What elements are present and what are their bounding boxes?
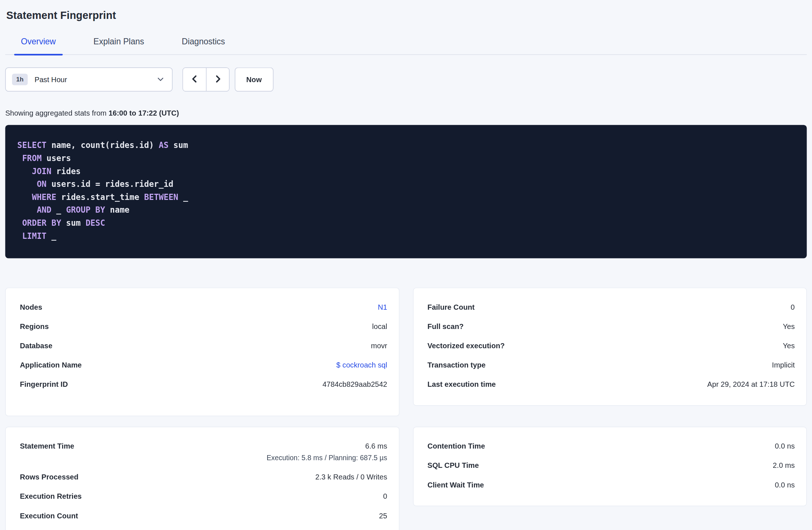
stats-summary-range: 16:00 to 17:22 (UTC) [109,109,179,117]
row-value-wrap: $ cockroach sql [336,360,387,370]
sql-text: name [105,205,129,215]
tab-bar: OverviewExplain PlansDiagnostics [5,37,807,55]
aggregated-stats-summary: Showing aggregated stats from 16:00 to 1… [5,109,807,117]
kv-row: Failure Count0 [427,297,795,317]
sql-keyword: WHERE [32,193,56,202]
row-value-link[interactable]: N1 [378,302,387,312]
card-overview-left: NodesN1RegionslocalDatabasemovrApplicati… [5,288,399,417]
stats-summary-prefix: Showing aggregated stats from [5,109,108,117]
row-value-wrap: Yes [783,321,795,332]
kv-row: Contention Time0.0 ns [427,436,795,455]
row-label: Execution Count [20,510,78,521]
row-label: SQL CPU Time [427,460,479,471]
kv-row: Last execution timeApr 29, 2024 at 17:18… [427,375,795,394]
sql-keyword: GROUP BY [66,205,105,215]
sql-line: JOIN rides [17,165,795,178]
row-label: Full scan? [427,321,464,332]
row-label: Application Name [20,360,82,370]
kv-row: Execution Count25 [20,506,387,525]
now-button[interactable]: Now [235,68,273,92]
sql-text [17,180,37,189]
next-time-button[interactable] [206,68,229,91]
sql-text [17,154,22,163]
row-label: Transaction type [427,360,486,370]
sql-keyword: AND [37,205,51,215]
tab-diagnostics[interactable]: Diagnostics [182,37,225,54]
card-overview-right: Failure Count0Full scan?YesVectorized ex… [413,288,807,406]
row-value: 25 [379,510,387,521]
row-value-wrap: 0.0 ns [775,441,795,451]
prev-time-button[interactable] [183,68,206,91]
row-value-wrap: Apr 29, 2024 at 17:18 UTC [707,379,795,390]
row-value-wrap: 0.0 ns [775,479,795,490]
kv-row: Databasemovr [20,336,387,355]
sql-text [17,205,37,215]
row-label: Client Wait Time [427,479,484,490]
sql-keyword: LIMIT [22,232,47,241]
row-label: Fingerprint ID [20,379,68,390]
tab-overview[interactable]: Overview [21,37,56,54]
sql-line: SELECT name, count(rides.id) AS sum [17,139,795,152]
sql-text [17,218,22,228]
row-label: Rows Processed [20,471,79,482]
row-value: Implicit [772,360,795,370]
sql-keyword: DESC [85,218,105,228]
sql-text [17,166,32,176]
sql-statement: SELECT name, count(rides.id) AS sum FROM… [17,139,795,243]
kv-row: Rows Processed2.3 k Reads / 0 Writes [20,467,387,486]
kv-row: Execution Retries0 [20,486,387,506]
row-value: Apr 29, 2024 at 17:18 UTC [707,379,795,390]
kv-row: NodesN1 [20,297,387,317]
row-value-wrap: 0 [791,302,795,312]
kv-row: Transaction typeImplicit [427,355,795,374]
kv-row: SQL CPU Time2.0 ms [427,455,795,475]
row-value: 0.0 ns [775,441,795,451]
kv-row: Fingerprint ID4784cb829aab2542 [20,375,387,394]
page-title: Statement Fingerprint [6,9,807,21]
sql-text: _ [51,205,66,215]
row-value-wrap: 0 [383,491,387,502]
card-timings-left: Statement Time6.6 msExecution: 5.8 ms / … [5,427,399,530]
row-value: Yes [783,340,795,351]
time-range-label: Past Hour [35,75,67,84]
sql-keyword: JOIN [32,166,52,176]
kv-row: Vectorized execution?Yes [427,336,795,355]
row-value: 2.0 ms [773,460,795,471]
row-value-subtext: Execution: 5.8 ms / Planning: 687.5 µs [266,453,387,463]
time-range-dropdown[interactable]: 1h Past Hour [5,68,172,92]
row-label: Nodes [20,302,43,312]
row-value: 6.6 ms [365,441,387,451]
sql-keyword: BETWEEN [144,193,178,202]
sql-line: WHERE rides.start_time BETWEEN _ [17,191,795,204]
time-range-badge: 1h [12,74,28,85]
sql-text: users [42,154,71,163]
summary-cards: NodesN1RegionslocalDatabasemovrApplicati… [5,288,807,530]
sql-line: LIMIT _ [17,230,795,243]
sql-keyword: FROM [22,154,42,163]
sql-text: rides.start_time [56,193,144,202]
row-label: Statement Time [20,441,75,451]
row-value-wrap: N1 [378,302,387,312]
row-value-wrap: 2.0 ms [773,460,795,471]
sql-text: users.id = rides.rider_id [47,180,173,189]
sql-statement-box: SELECT name, count(rides.id) AS sum FROM… [5,125,807,258]
row-value-wrap: 25 [379,510,387,521]
sql-text [17,193,32,202]
chevron-left-icon [191,75,198,84]
sql-keyword: SELECT [17,141,47,150]
row-value: movr [371,340,387,351]
row-label: Vectorized execution? [427,340,505,351]
row-value: local [372,321,387,332]
sql-text: _ [178,193,188,202]
kv-row: Full scan?Yes [427,317,795,336]
row-value-wrap: 2.3 k Reads / 0 Writes [315,471,387,482]
sql-line: FROM users [17,152,795,165]
sql-text: sum [61,218,85,228]
sql-text: _ [47,232,56,241]
time-controls: 1h Past Hour Now [5,68,807,92]
kv-row: Application Name$ cockroach sql [20,355,387,374]
row-value-link[interactable]: $ cockroach sql [336,360,387,370]
row-label: Execution Retries [20,491,82,502]
row-label: Contention Time [427,441,485,451]
tab-explain-plans[interactable]: Explain Plans [93,37,144,54]
